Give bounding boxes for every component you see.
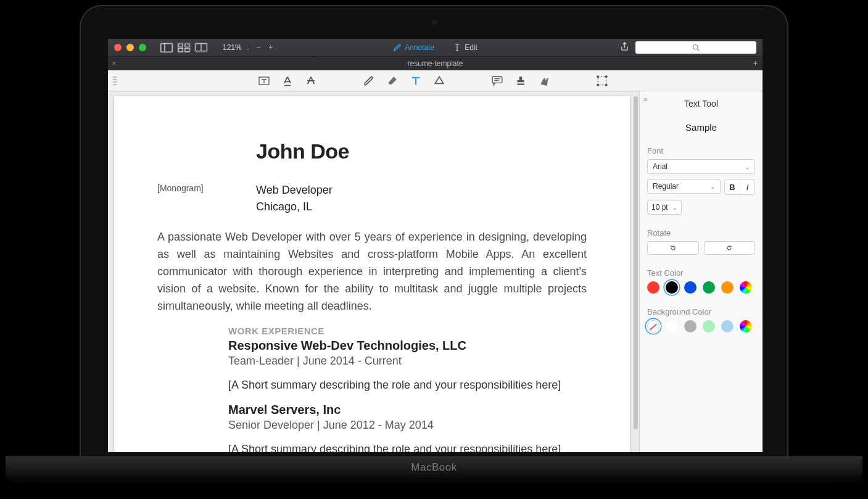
search-input[interactable] — [635, 41, 756, 54]
shape-tool[interactable] — [432, 75, 446, 86]
bold-toggle[interactable]: B — [725, 179, 740, 194]
tab-bar: × resume-template + — [108, 57, 763, 70]
chevron-down-icon: ⌄ — [672, 204, 677, 211]
laptop-frame: 121% ⌄ − + Annotate Edit — [80, 5, 788, 486]
text-tool[interactable] — [409, 75, 423, 86]
font-weight-value: Regular — [653, 182, 679, 191]
svg-rect-3 — [185, 44, 189, 47]
screen-bezel: 121% ⌄ − + Annotate Edit — [80, 5, 788, 461]
selection-tool[interactable] — [595, 75, 609, 86]
font-size-value: 10 pt — [651, 203, 668, 212]
text-color-swatch[interactable] — [666, 281, 678, 294]
font-weight-select[interactable]: Regular ⌄ — [647, 179, 721, 194]
chevron-down-icon: ⌄ — [710, 183, 715, 190]
stamp-tool[interactable] — [514, 75, 527, 86]
svg-point-14 — [597, 75, 599, 77]
signature-tool[interactable] — [537, 75, 551, 86]
resume-location: Chicago, IL — [256, 199, 333, 215]
annotate-mode-button[interactable]: Annotate — [393, 43, 434, 52]
collapse-panel-button[interactable]: » — [643, 95, 648, 104]
toolbar-grip-icon — [113, 76, 117, 85]
svg-rect-5 — [185, 48, 189, 51]
resume-job-title: Web Developer — [256, 182, 333, 199]
laptop-foot — [6, 477, 862, 486]
app-window: 121% ⌄ − + Annotate Edit — [108, 39, 763, 452]
document-viewport: John Doe [Monogram] Web Developer Chicag… — [108, 91, 639, 452]
zoom-in-button[interactable]: + — [267, 43, 275, 52]
vertical-scrollbar[interactable] — [634, 96, 638, 429]
job-entry: Marvel Servers, Inc Senior Developer | J… — [228, 403, 587, 452]
chevron-down-icon: ⌄ — [745, 163, 750, 170]
bg-color-swatch[interactable] — [684, 320, 696, 332]
resume-summary: A passionate Web Developer with over 5 y… — [157, 229, 587, 315]
text-color-color-picker[interactable] — [740, 281, 752, 294]
rotate-cw-button[interactable] — [704, 241, 756, 255]
resume-name: John Doe — [256, 139, 587, 163]
italic-toggle[interactable]: I — [740, 179, 754, 194]
zoom-level[interactable]: 121% — [223, 43, 242, 52]
edit-label: Edit — [465, 43, 477, 52]
document-page[interactable]: John Doe [Monogram] Web Developer Chicag… — [114, 96, 630, 452]
text-box-tool[interactable] — [257, 75, 271, 86]
text-strike-tool[interactable] — [304, 75, 318, 86]
zoom-out-button[interactable]: − — [254, 43, 263, 52]
laptop-base: MacBook — [6, 456, 862, 486]
text-color-swatch[interactable] — [647, 281, 659, 294]
bg-color-swatch[interactable] — [721, 320, 734, 332]
webcam — [432, 20, 437, 25]
job-company: Responsive Web-Dev Technologies, LLC — [228, 339, 587, 353]
sample-preview: Sample — [647, 122, 755, 133]
panel-title: Text Tool — [647, 99, 755, 109]
text-underline-tool[interactable] — [281, 75, 294, 86]
text-color-swatch[interactable] — [684, 281, 696, 294]
svg-line-9 — [697, 49, 699, 51]
rotate-ccw-button[interactable] — [647, 241, 699, 255]
job-description: [A Short summary describing the role and… — [228, 379, 587, 392]
font-family-select[interactable]: Arial ⌄ — [647, 159, 755, 174]
eraser-tool[interactable] — [386, 75, 399, 86]
svg-rect-4 — [178, 48, 183, 51]
svg-rect-13 — [598, 76, 606, 85]
fullscreen-window-button[interactable] — [139, 44, 146, 51]
zoom-control: 121% ⌄ − + — [223, 43, 275, 52]
split-view-button[interactable] — [194, 42, 208, 53]
annotate-label: Annotate — [405, 43, 434, 52]
job-company: Marvel Servers, Inc — [228, 403, 587, 417]
window-titlebar: 121% ⌄ − + Annotate Edit — [108, 39, 763, 57]
svg-marker-11 — [435, 76, 444, 83]
svg-rect-0 — [161, 43, 173, 52]
job-description: [A Short summary describing the role and… — [228, 443, 587, 452]
search-icon — [692, 44, 700, 51]
edit-mode-button[interactable]: Edit — [453, 43, 477, 52]
bg-color-color-picker[interactable] — [740, 320, 752, 332]
font-label: Font — [647, 146, 755, 155]
sidebar-toggle-button[interactable] — [160, 42, 173, 53]
close-window-button[interactable] — [114, 44, 122, 51]
tab-title: resume-template — [108, 59, 763, 68]
job-role: Team-Leader | June 2014 - Current — [228, 355, 587, 368]
note-tool[interactable] — [490, 75, 504, 86]
bg-color-swatch[interactable] — [666, 320, 678, 332]
text-color-swatch[interactable] — [703, 281, 715, 294]
svg-point-16 — [597, 84, 599, 86]
view-buttons — [160, 42, 208, 53]
section-work-heading: WORK EXPERIENCE — [228, 326, 587, 336]
job-entry: Responsive Web-Dev Technologies, LLC Tea… — [228, 339, 587, 392]
bgcolor-label: Background Color — [647, 307, 755, 316]
pencil-tool[interactable] — [362, 75, 376, 86]
bg-color-swatch[interactable] — [703, 320, 715, 332]
window-controls — [114, 44, 146, 51]
font-family-value: Arial — [653, 162, 668, 171]
svg-rect-12 — [492, 76, 502, 83]
text-color-swatch[interactable] — [721, 281, 734, 294]
svg-point-15 — [605, 75, 607, 77]
job-role: Senior Developer | June 2012 - May 2014 — [228, 419, 587, 432]
annotation-toolbar — [108, 70, 763, 91]
thumbnails-view-button[interactable] — [177, 42, 191, 53]
svg-rect-2 — [178, 44, 183, 47]
bg-color-swatch[interactable] — [647, 320, 659, 332]
minimize-window-button[interactable] — [126, 44, 134, 51]
titlebar-right — [620, 41, 756, 54]
font-size-select[interactable]: 10 pt ⌄ — [647, 200, 682, 215]
share-icon[interactable] — [620, 42, 629, 53]
